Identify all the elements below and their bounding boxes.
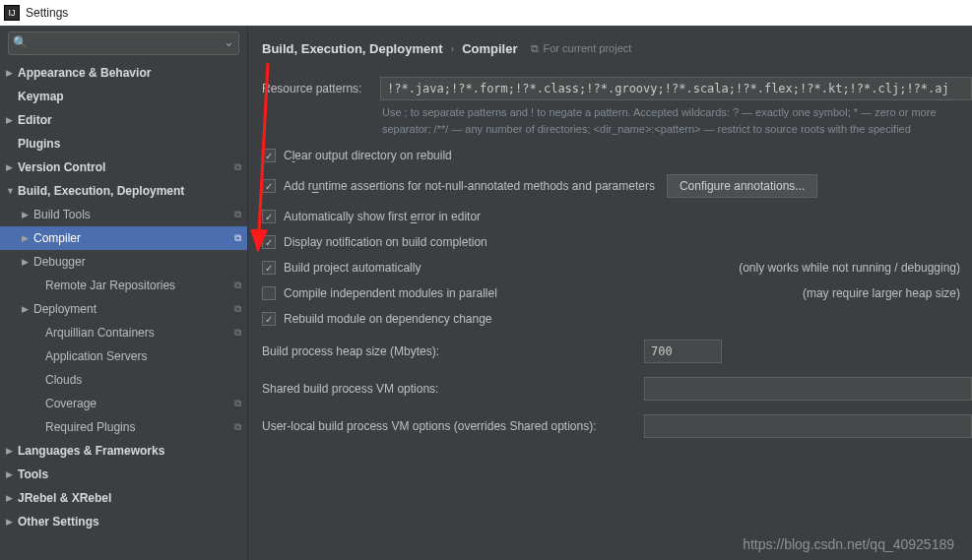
copy-icon: ⧉ (531, 42, 539, 55)
configure-annotations-button[interactable]: Configure annotations... (667, 174, 817, 198)
sidebar: 🔍 ⌄ ▶Appearance & BehaviorKeymap▶EditorP… (0, 26, 248, 560)
chevron-right-icon: ▶ (22, 210, 32, 219)
sidebar-item-label: Required Plugins (45, 420, 230, 434)
sidebar-item-label: Plugins (18, 137, 241, 151)
rebuild-dependency-checkbox[interactable] (262, 312, 276, 326)
build-auto-checkbox[interactable] (262, 261, 276, 275)
chevron-right-icon: ▶ (22, 233, 32, 243)
compile-parallel-checkbox[interactable] (262, 286, 276, 300)
add-runtime-assertions-label: Add runtime assertions for not-null-anno… (284, 179, 655, 193)
watermark: https://blog.csdn.net/qq_40925189 (743, 536, 954, 552)
sidebar-item-other-settings[interactable]: ▶Other Settings (0, 510, 247, 533)
clear-output-checkbox[interactable] (262, 149, 276, 162)
sidebar-item-label: Clouds (45, 373, 241, 387)
scope-icon: ⧉ (234, 161, 241, 173)
build-auto-label: Build project automatically (284, 261, 421, 275)
sidebar-item-label: Remote Jar Repositories (45, 279, 230, 292)
sidebar-item-clouds[interactable]: Clouds (0, 368, 247, 392)
scope-icon: ⧉ (234, 398, 241, 409)
user-vm-input[interactable] (644, 414, 972, 438)
sidebar-item-keymap[interactable]: Keymap (0, 85, 247, 108)
sidebar-item-jrebel-xrebel[interactable]: ▶JRebel & XRebel (0, 486, 247, 510)
shared-vm-input[interactable] (644, 377, 972, 401)
settings-tree: ▶Appearance & BehaviorKeymap▶EditorPlugi… (0, 59, 247, 560)
window-title: Settings (26, 6, 68, 20)
scope-icon: ⧉ (234, 421, 241, 433)
chevron-right-icon: ▶ (22, 257, 32, 267)
sidebar-item-debugger[interactable]: ▶Debugger (0, 250, 247, 274)
sidebar-item-editor[interactable]: ▶Editor (0, 108, 247, 132)
scope-icon: ⧉ (234, 303, 241, 315)
sidebar-item-label: Arquillian Containers (45, 326, 230, 340)
breadcrumb-root[interactable]: Build, Execution, Deployment (262, 41, 442, 56)
rebuild-dependency-label: Rebuild module on dependency change (284, 312, 492, 326)
content-panel: Build, Execution, Deployment › Compiler … (248, 26, 972, 560)
scope-icon: ⧉ (234, 327, 241, 339)
sidebar-item-application-servers[interactable]: Application Servers (0, 344, 247, 368)
breadcrumb: Build, Execution, Deployment › Compiler … (262, 35, 972, 61)
sidebar-item-languages-frameworks[interactable]: ▶Languages & Frameworks (0, 439, 247, 463)
sidebar-item-compiler[interactable]: ▶Compiler⧉ (0, 226, 247, 250)
chevron-right-icon: › (450, 42, 454, 54)
chevron-right-icon: ▶ (6, 493, 16, 503)
compile-parallel-note: (may require larger heap size) (803, 286, 972, 300)
sidebar-item-label: Keymap (18, 90, 241, 103)
sidebar-item-build-tools[interactable]: ▶Build Tools⧉ (0, 203, 247, 226)
auto-show-error-checkbox[interactable] (262, 210, 276, 223)
auto-show-error-label: Automatically show first error in editor (284, 210, 481, 223)
sidebar-item-build-execution-deployment[interactable]: ▼Build, Execution, Deployment (0, 179, 247, 203)
sidebar-item-deployment[interactable]: ▶Deployment⧉ (0, 297, 247, 321)
chevron-right-icon: ▶ (6, 162, 16, 172)
scope-label: ⧉ For current project (531, 42, 631, 55)
resource-patterns-hint: Use ; to separate patterns and ! to nega… (262, 104, 972, 137)
search-input[interactable] (8, 31, 239, 55)
sidebar-item-arquillian-containers[interactable]: Arquillian Containers⧉ (0, 321, 247, 344)
sidebar-item-remote-jar-repositories[interactable]: Remote Jar Repositories⧉ (0, 274, 247, 297)
scope-icon: ⧉ (234, 280, 241, 291)
scope-text: For current project (543, 42, 631, 54)
sidebar-item-label: Compiler (33, 231, 230, 245)
sidebar-item-label: Build, Execution, Deployment (18, 184, 241, 198)
breadcrumb-leaf: Compiler (462, 41, 517, 56)
sidebar-item-label: Tools (18, 467, 241, 481)
heap-size-input[interactable] (644, 340, 722, 363)
shared-vm-label: Shared build process VM options: (262, 382, 644, 396)
sidebar-item-label: Coverage (45, 397, 230, 410)
sidebar-item-label: Appearance & Behavior (18, 66, 241, 80)
chevron-right-icon: ▶ (22, 304, 32, 314)
add-runtime-assertions-checkbox[interactable] (262, 179, 276, 193)
sidebar-item-label: Deployment (33, 302, 230, 316)
sidebar-item-required-plugins[interactable]: Required Plugins⧉ (0, 415, 247, 439)
sidebar-item-label: Editor (18, 113, 241, 127)
chevron-right-icon: ▶ (6, 115, 16, 125)
clear-output-label: Clear output directory on rebuild (284, 149, 452, 162)
display-notification-label: Display notification on build completion (284, 235, 487, 249)
chevron-right-icon: ▶ (6, 469, 16, 479)
sidebar-item-label: JRebel & XRebel (18, 491, 241, 505)
display-notification-checkbox[interactable] (262, 235, 276, 249)
search-icon: 🔍 (13, 35, 28, 49)
sidebar-item-appearance-behavior[interactable]: ▶Appearance & Behavior (0, 61, 247, 85)
sidebar-item-tools[interactable]: ▶Tools (0, 463, 247, 486)
clear-search-icon[interactable]: ⌄ (224, 34, 234, 49)
scope-icon: ⧉ (234, 232, 241, 244)
chevron-right-icon: ▶ (6, 68, 16, 78)
chevron-right-icon: ▶ (6, 446, 16, 456)
chevron-down-icon: ▼ (6, 186, 16, 196)
resource-patterns-label: Resource patterns: (262, 82, 380, 95)
scope-icon: ⧉ (234, 209, 241, 220)
sidebar-item-label: Other Settings (18, 515, 241, 529)
user-vm-label: User-local build process VM options (ove… (262, 419, 644, 433)
sidebar-item-plugins[interactable]: Plugins (0, 132, 247, 156)
sidebar-item-label: Build Tools (33, 208, 230, 221)
sidebar-item-label: Languages & Frameworks (18, 444, 241, 458)
sidebar-item-version-control[interactable]: ▶Version Control⧉ (0, 156, 247, 179)
sidebar-item-coverage[interactable]: Coverage⧉ (0, 392, 247, 415)
search-box: 🔍 ⌄ (8, 31, 239, 55)
resource-patterns-input[interactable] (380, 77, 972, 100)
compile-parallel-label: Compile independent modules in parallel (284, 286, 497, 300)
build-auto-note: (only works while not running / debuggin… (739, 261, 972, 275)
heap-size-label: Build process heap size (Mbytes): (262, 344, 644, 358)
chevron-right-icon: ▶ (6, 517, 16, 527)
sidebar-item-label: Debugger (33, 255, 241, 269)
